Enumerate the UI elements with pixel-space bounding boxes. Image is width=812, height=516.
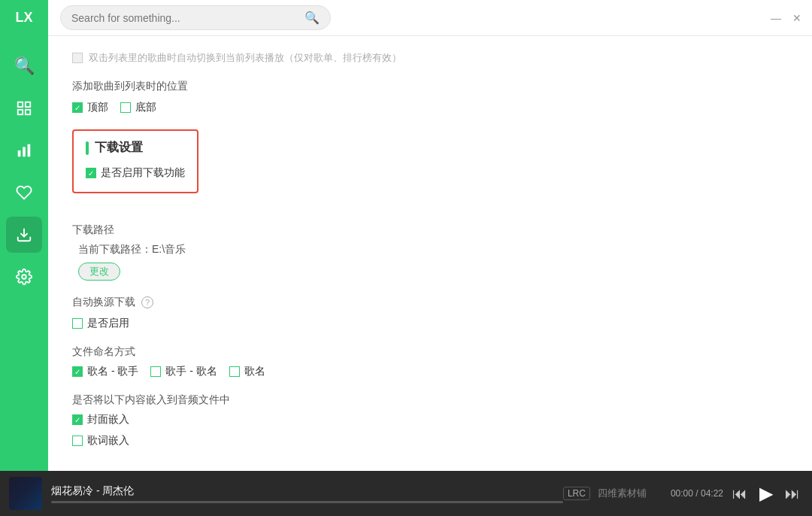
checkbox-top-label: 顶部 bbox=[87, 101, 108, 114]
content-area: 双击列表里的歌曲时自动切换到当前列表播放（仅对歌单、排行榜有效） 添加歌曲到列表… bbox=[48, 36, 812, 471]
download-section: 下载设置 是否启用下载功能 bbox=[72, 129, 788, 208]
filename-label: 文件命名方式 bbox=[72, 345, 788, 359]
next-button[interactable]: ⏭ bbox=[782, 482, 803, 505]
playlist-position-label: 添加歌曲到列表时的位置 bbox=[72, 80, 788, 93]
main-layout: 🔍 bbox=[0, 36, 812, 471]
sidebar-item-library[interactable] bbox=[6, 90, 42, 126]
svg-rect-5 bbox=[23, 147, 26, 156]
minimize-button[interactable]: — bbox=[770, 12, 782, 24]
checkbox-item-artist-song[interactable]: 歌手 - 歌名 bbox=[150, 365, 217, 378]
search-icon[interactable]: 🔍 bbox=[304, 11, 320, 25]
settings-content: 双击列表里的歌曲时自动切换到当前列表播放（仅对歌单、排行榜有效） 添加歌曲到列表… bbox=[48, 36, 812, 471]
checkbox-item-enable-download[interactable]: 是否启用下载功能 bbox=[86, 166, 185, 180]
checkbox-enable-download-label: 是否启用下载功能 bbox=[101, 166, 185, 180]
checkbox-bottom-label: 底部 bbox=[135, 101, 156, 114]
player-progress bbox=[51, 501, 563, 503]
svg-point-8 bbox=[22, 275, 26, 279]
svg-rect-6 bbox=[28, 144, 31, 157]
embed-label: 是否将以下内容嵌入到音频文件中 bbox=[72, 393, 788, 407]
svg-rect-4 bbox=[18, 150, 21, 156]
close-button[interactable]: ✕ bbox=[791, 12, 803, 24]
top-disabled-text: 双击列表里的歌曲时自动切换到当前列表播放（仅对歌单、排行榜有效） bbox=[89, 51, 401, 65]
watermark-text: 四维素材铺 bbox=[598, 487, 647, 500]
svg-rect-3 bbox=[26, 110, 30, 114]
sidebar-item-favorites[interactable] bbox=[6, 175, 42, 211]
sidebar: 🔍 bbox=[0, 36, 48, 471]
checkbox-artist-song-label: 歌手 - 歌名 bbox=[165, 365, 217, 378]
checkbox-auto-switch-label: 是否启用 bbox=[87, 317, 129, 330]
top-disabled-row: 双击列表里的歌曲时自动切换到当前列表播放（仅对歌单、排行榜有效） bbox=[72, 45, 788, 65]
play-button[interactable]: ▶ bbox=[756, 480, 776, 507]
title-bar: LX 🔍 — ✕ bbox=[0, 0, 812, 36]
checkbox-item-cover[interactable]: 封面嵌入 bbox=[72, 413, 788, 426]
download-path-section: 下载路径 当前下载路径：E:\音乐 更改 bbox=[72, 223, 788, 281]
time-display: 00:00 / 04:22 bbox=[671, 488, 723, 499]
search-input[interactable] bbox=[71, 12, 304, 24]
sidebar-item-download[interactable] bbox=[6, 217, 42, 253]
player-thumbnail bbox=[9, 477, 42, 510]
download-highlight-box: 下载设置 是否启用下载功能 bbox=[72, 129, 198, 193]
sidebar-item-charts[interactable] bbox=[6, 132, 42, 168]
title-bar-controls: — ✕ bbox=[770, 12, 803, 24]
checkbox-item-lyrics[interactable]: 歌词嵌入 bbox=[72, 434, 788, 448]
checkbox-cover[interactable] bbox=[72, 414, 83, 425]
checkbox-item-bottom[interactable]: 底部 bbox=[120, 101, 156, 114]
prev-button[interactable]: ⏮ bbox=[729, 482, 750, 505]
player-controls: 00:00 / 04:22 ⏮ ▶ ⏭ bbox=[671, 480, 803, 507]
checkbox-song-only[interactable] bbox=[229, 366, 240, 377]
auto-switch-section: 自动换源下载 ? 是否启用 bbox=[72, 296, 788, 330]
checkbox-cover-label: 封面嵌入 bbox=[87, 413, 129, 426]
player-info: 烟花易冷 - 周杰伦 bbox=[51, 484, 563, 503]
checkbox-lyrics-label: 歌词嵌入 bbox=[87, 434, 129, 448]
checkbox-item-auto-switch[interactable]: 是否启用 bbox=[72, 317, 788, 330]
player-bar: 烟花易冷 - 周杰伦 LRC 四维素材铺 00:00 / 04:22 ⏮ ▶ ⏭ bbox=[0, 471, 812, 516]
time-separator: / bbox=[695, 488, 701, 499]
download-path-label: 下载路径 bbox=[72, 223, 788, 237]
total-time: 04:22 bbox=[701, 488, 723, 499]
current-path-text: 当前下载路径：E:\音乐 bbox=[78, 243, 788, 256]
checkbox-song-only-label: 歌名 bbox=[244, 365, 265, 378]
checkbox-item-song-only[interactable]: 歌名 bbox=[229, 365, 265, 378]
svg-rect-1 bbox=[26, 102, 30, 107]
checkbox-top[interactable] bbox=[72, 102, 83, 113]
player-album-art bbox=[9, 477, 42, 510]
sidebar-item-search[interactable]: 🔍 bbox=[6, 48, 42, 84]
checkbox-item-top[interactable]: 顶部 bbox=[72, 101, 108, 114]
checkbox-item-song-artist[interactable]: 歌名 - 歌手 bbox=[72, 365, 138, 378]
playlist-position-options: 顶部 底部 bbox=[72, 101, 788, 114]
svg-rect-0 bbox=[18, 102, 23, 107]
download-section-title: 下载设置 bbox=[86, 140, 185, 156]
change-path-button[interactable]: 更改 bbox=[78, 263, 120, 281]
checkbox-enable-download[interactable] bbox=[86, 168, 96, 178]
app-logo: LX bbox=[0, 0, 48, 36]
lrc-button[interactable]: LRC bbox=[563, 487, 590, 500]
title-bar-left: LX 🔍 bbox=[0, 0, 331, 36]
playlist-position-section: 添加歌曲到列表时的位置 顶部 底部 bbox=[72, 80, 788, 114]
player-extras: LRC 四维素材铺 bbox=[563, 487, 653, 500]
current-time: 00:00 bbox=[671, 488, 693, 499]
embed-section: 是否将以下内容嵌入到音频文件中 封面嵌入 歌词嵌入 bbox=[72, 393, 788, 448]
help-icon[interactable]: ? bbox=[141, 296, 153, 308]
checkbox-song-artist-label: 歌名 - 歌手 bbox=[87, 365, 138, 378]
search-bar: 🔍 bbox=[60, 5, 331, 30]
auto-switch-header: 自动换源下载 ? bbox=[72, 296, 788, 309]
sidebar-item-settings[interactable] bbox=[6, 259, 42, 295]
svg-rect-2 bbox=[18, 110, 23, 114]
checkbox-bottom[interactable] bbox=[120, 102, 131, 113]
checkbox-song-artist[interactable] bbox=[72, 366, 83, 377]
checkbox-auto-switch[interactable] bbox=[72, 318, 83, 329]
player-song-title: 烟花易冷 - 周杰伦 bbox=[51, 484, 563, 498]
filename-section: 文件命名方式 歌名 - 歌手 歌手 - 歌名 歌名 bbox=[72, 345, 788, 378]
auto-switch-label: 自动换源下载 bbox=[72, 296, 135, 309]
progress-bar[interactable] bbox=[51, 501, 563, 503]
top-disabled-checkbox[interactable] bbox=[72, 53, 83, 63]
filename-options: 歌名 - 歌手 歌手 - 歌名 歌名 bbox=[72, 365, 788, 378]
checkbox-lyrics[interactable] bbox=[72, 436, 83, 446]
checkbox-artist-song[interactable] bbox=[150, 366, 161, 377]
